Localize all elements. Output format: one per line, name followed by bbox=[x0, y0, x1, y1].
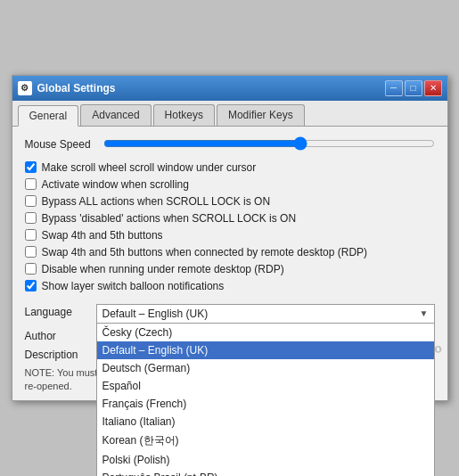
checkbox-label-5: Swap 4th and 5th buttons when connected … bbox=[42, 246, 368, 259]
dropdown-arrow-icon: ▼ bbox=[420, 308, 429, 318]
checkbox-0[interactable] bbox=[25, 161, 37, 173]
dropdown-item-1[interactable]: Default – English (UK) bbox=[97, 341, 434, 359]
tab-modifier-keys[interactable]: Modifier Keys bbox=[217, 104, 305, 126]
dropdown-item-8[interactable]: Português Brasil (pt-BR) bbox=[97, 469, 434, 476]
checkbox-6[interactable] bbox=[25, 263, 37, 275]
checkbox-row-3: Bypass 'disabled' actions when SCROLL LO… bbox=[25, 212, 435, 225]
checkbox-3[interactable] bbox=[25, 212, 37, 224]
checkbox-label-6: Disable when running under remote deskto… bbox=[42, 263, 284, 275]
dropdown-item-5[interactable]: Italiano (Italian) bbox=[97, 413, 434, 431]
checkbox-row-0: Make scroll wheel scroll window under cu… bbox=[25, 161, 435, 174]
language-dropdown-list[interactable]: Česky (Czech)Default – English (UK)Deuts… bbox=[96, 324, 435, 476]
tab-bar: General Advanced Hotkeys Modifier Keys bbox=[12, 101, 447, 127]
checkbox-2[interactable] bbox=[25, 195, 37, 207]
language-selected-value: Default – English (UK) bbox=[102, 308, 209, 320]
tab-advanced[interactable]: Advanced bbox=[80, 104, 151, 126]
checkbox-row-2: Bypass ALL actions when SCROLL LOCK is O… bbox=[25, 195, 435, 208]
dropdown-item-6[interactable]: Korean (한국어) bbox=[97, 431, 434, 451]
window-title: Global Settings bbox=[37, 82, 116, 94]
checkbox-label-0: Make scroll wheel scroll window under cu… bbox=[42, 161, 257, 174]
dropdown-item-3[interactable]: Español bbox=[97, 377, 434, 395]
checkbox-label-1: Activate window when scrolling bbox=[42, 178, 189, 191]
mouse-speed-slider[interactable] bbox=[103, 135, 435, 152]
title-controls: ─ □ ✕ bbox=[385, 80, 442, 96]
global-settings-window: ⚙ Global Settings ─ □ ✕ General Advanced… bbox=[12, 75, 448, 402]
mouse-speed-slider-container bbox=[103, 135, 435, 154]
language-dropdown-wrapper: Default – English (UK) ▼ Česky (Czech)De… bbox=[96, 304, 435, 324]
checkbox-5[interactable] bbox=[25, 246, 37, 258]
dropdown-item-7[interactable]: Polski (Polish) bbox=[97, 451, 434, 469]
minimize-button[interactable]: ─ bbox=[385, 80, 403, 96]
checkbox-label-2: Bypass ALL actions when SCROLL LOCK is O… bbox=[42, 195, 271, 208]
checkbox-row-5: Swap 4th and 5th buttons when connected … bbox=[25, 246, 435, 259]
language-dropdown-button[interactable]: Default – English (UK) ▼ bbox=[96, 304, 435, 324]
checkbox-7[interactable] bbox=[25, 280, 37, 291]
checkbox-row-1: Activate window when scrolling bbox=[25, 178, 435, 191]
checkbox-label-4: Swap 4th and 5th buttons bbox=[42, 229, 163, 242]
checkbox-label-7: Show layer switch balloon notifications bbox=[42, 280, 225, 292]
title-bar: ⚙ Global Settings ─ □ ✕ bbox=[12, 76, 447, 101]
window-icon: ⚙ bbox=[18, 81, 32, 95]
checkboxes-container: Make scroll wheel scroll window under cu… bbox=[25, 161, 435, 292]
title-bar-left: ⚙ Global Settings bbox=[18, 81, 116, 95]
mouse-speed-label: Mouse Speed bbox=[25, 138, 96, 151]
maximize-button[interactable]: □ bbox=[405, 80, 422, 96]
tab-general[interactable]: General bbox=[18, 105, 79, 127]
dropdown-item-2[interactable]: Deutsch (German) bbox=[97, 359, 434, 377]
dropdown-item-4[interactable]: Français (French) bbox=[97, 395, 434, 413]
description-label: Description bbox=[25, 347, 96, 361]
checkbox-1[interactable] bbox=[25, 178, 37, 190]
settings-content: Mouse Speed Make scroll wheel scroll win… bbox=[12, 127, 447, 401]
close-button[interactable]: ✕ bbox=[424, 80, 442, 96]
language-label: Language bbox=[25, 304, 96, 318]
checkbox-label-3: Bypass 'disabled' actions when SCROLL LO… bbox=[42, 212, 297, 225]
dropdown-item-0[interactable]: Česky (Czech) bbox=[97, 324, 434, 341]
checkbox-row-6: Disable when running under remote deskto… bbox=[25, 263, 435, 275]
mouse-speed-row: Mouse Speed bbox=[25, 135, 435, 154]
tab-hotkeys[interactable]: Hotkeys bbox=[153, 104, 215, 126]
author-label: Author bbox=[25, 328, 96, 342]
checkbox-row-4: Swap 4th and 5th buttons bbox=[25, 229, 435, 242]
language-field-row: Language Default – English (UK) ▼ Česky … bbox=[25, 304, 435, 324]
checkbox-4[interactable] bbox=[25, 229, 37, 241]
checkbox-row-7: Show layer switch balloon notifications bbox=[25, 280, 435, 292]
